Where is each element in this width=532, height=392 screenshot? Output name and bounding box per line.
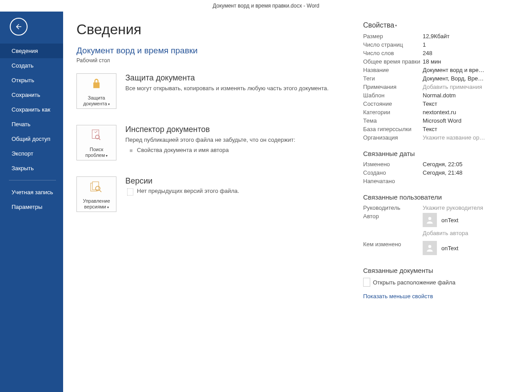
svg-line-6: [100, 190, 101, 192]
inspect-heading: Инспектор документов: [125, 125, 350, 134]
prop-comments-value[interactable]: Добавить примечания: [423, 84, 523, 90]
author-row[interactable]: onText: [423, 213, 523, 227]
prop-edittime-value: 18 мин: [423, 58, 523, 65]
date-modified-value: Сегодня, 22:05: [423, 161, 523, 168]
date-printed-value: [423, 178, 523, 184]
prop-categories-label: Категории: [363, 109, 423, 116]
prop-status-label: Состояние: [363, 100, 423, 107]
related-dates-heading: Связанные даты: [363, 150, 523, 157]
versions-empty: Нет предыдущих версий этого файла.: [125, 188, 350, 196]
lock-icon: [90, 76, 103, 92]
manager-placeholder[interactable]: Укажите руководителя: [423, 204, 523, 211]
inspect-bullet: Свойства документа и имя автора: [125, 147, 350, 153]
avatar-icon: [423, 241, 437, 255]
svg-point-8: [428, 245, 432, 248]
inspect-desc: Перед публикацией этого файла не забудьт…: [125, 136, 350, 144]
nav-close[interactable]: Закрыть: [0, 161, 63, 176]
prop-words-value: 248: [423, 50, 523, 56]
lastmodby-row[interactable]: onText: [423, 241, 523, 255]
nav-info[interactable]: Сведения: [0, 44, 63, 58]
prop-size-value: 12,9Кбайт: [423, 33, 523, 40]
manager-label: Руководитель: [363, 204, 423, 211]
versions-icon: [90, 180, 103, 195]
related-docs-heading: Связанные документы: [363, 267, 523, 274]
prop-words-label: Число слов: [363, 50, 423, 56]
prop-pages-label: Число страниц: [363, 41, 423, 48]
nav-share[interactable]: Общий доступ: [0, 132, 63, 146]
nav-save[interactable]: Сохранить: [0, 88, 63, 102]
versions-heading: Версии: [125, 176, 350, 186]
nav-print[interactable]: Печать: [0, 117, 63, 132]
author-label: Автор: [363, 213, 423, 220]
add-author-link[interactable]: Добавить автора: [423, 230, 523, 236]
prop-categories-value[interactable]: nextontext.ru: [423, 109, 523, 116]
nav-open[interactable]: Открыть: [0, 73, 63, 88]
prop-status-value[interactable]: Текст: [423, 100, 523, 107]
date-printed-label: Напечатано: [363, 178, 423, 184]
avatar-icon: [423, 213, 437, 227]
prop-tags-value[interactable]: Документ, Ворд, Вре…: [423, 75, 523, 82]
prop-theme-label: Тема: [363, 117, 423, 124]
protect-desc: Все могут открывать, копировать и изменя…: [125, 84, 350, 92]
document-title: Документ ворд и время правки: [76, 46, 350, 56]
properties-panel: Свойства▾ Размер12,9Кбайт Число страниц1…: [363, 21, 523, 383]
nav-divider: [9, 180, 56, 180]
prop-name-label: Название: [363, 67, 423, 73]
prop-comments-label: Примечания: [363, 84, 423, 90]
prop-size-label: Размер: [363, 33, 423, 40]
nav-export[interactable]: Экспорт: [0, 146, 63, 161]
prop-edittime-label: Общее время правки: [363, 58, 423, 65]
inspect-icon: [91, 128, 102, 143]
prop-hyperlink-label: База гиперссылки: [363, 126, 423, 132]
date-created-label: Создано: [363, 169, 423, 176]
document-icon: [127, 188, 133, 196]
show-fewer-properties-link[interactable]: Показать меньше свойств: [363, 293, 433, 300]
prop-hyperlink-value[interactable]: Текст: [423, 126, 523, 132]
titlebar: Документ ворд и время правки.docx - Word: [0, 0, 532, 12]
prop-org-label: Организация: [363, 134, 423, 141]
file-icon: [363, 278, 370, 287]
prop-template-label: Шаблон: [363, 92, 423, 99]
svg-line-2: [99, 138, 100, 140]
nav-account[interactable]: Учетная запись: [0, 185, 63, 200]
prop-tags-label: Теги: [363, 75, 423, 82]
document-location: Рабочий стол: [76, 57, 350, 64]
nav-new[interactable]: Создать: [0, 58, 63, 73]
nav-options[interactable]: Параметры: [0, 200, 63, 214]
date-modified-label: Изменено: [363, 161, 423, 168]
svg-point-7: [428, 217, 432, 220]
prop-name-value[interactable]: Документ ворд и вре…: [423, 67, 523, 73]
nav-save-as[interactable]: Сохранить как: [0, 102, 63, 117]
back-button[interactable]: [10, 18, 28, 36]
backstage-sidebar: Сведения Создать Открыть Сохранить Сохра…: [0, 12, 63, 392]
content-area: Сведения Документ ворд и время правки Ра…: [63, 12, 532, 392]
prop-org-value[interactable]: Укажите название ор…: [423, 134, 523, 141]
prop-pages-value: 1: [423, 41, 523, 48]
open-file-location-link[interactable]: Открыть расположение файла: [363, 278, 523, 287]
prop-template-value: Normal.dotm: [423, 92, 523, 99]
prop-theme-value[interactable]: Microsoft Word: [423, 117, 523, 124]
inspect-document-button[interactable]: Поиск проблем▾: [76, 125, 116, 160]
protect-document-button[interactable]: Защита документа▾: [76, 73, 116, 109]
related-people-heading: Связанные пользователи: [363, 193, 523, 201]
arrow-left-icon: [15, 23, 23, 31]
lastmodby-label: Кем изменено: [363, 241, 423, 248]
properties-heading[interactable]: Свойства▾: [363, 21, 523, 29]
manage-versions-button[interactable]: Управление версиями▾: [76, 176, 116, 212]
page-title: Сведения: [76, 21, 350, 38]
date-created-value: Сегодня, 21:48: [423, 169, 523, 176]
protect-heading: Защита документа: [125, 73, 350, 83]
